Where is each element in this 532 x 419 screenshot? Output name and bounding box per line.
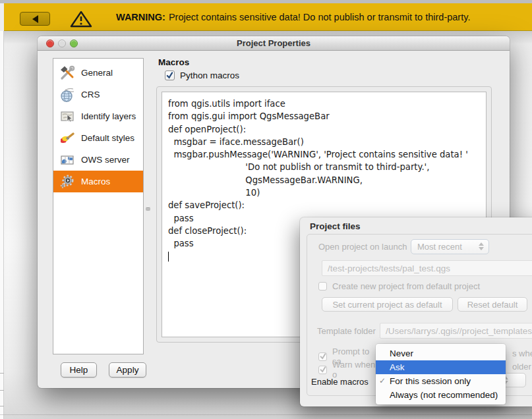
- panel-edge-divider: [0, 390, 4, 391]
- warning-triangle-icon: [70, 11, 92, 28]
- open-on-launch-label: Open project on launch: [318, 242, 407, 252]
- text-cursor: [168, 252, 169, 262]
- code-line: from qgis.utils import iface: [168, 98, 486, 110]
- sidebar-item-crs[interactable]: CRS: [53, 84, 143, 105]
- python-macros-label: Python macros: [180, 70, 239, 80]
- sidebar-item-ows-server[interactable]: OWS server: [53, 149, 143, 171]
- set-default-button[interactable]: Set current project as default: [322, 297, 453, 312]
- sidebar-item-label: Macros: [81, 177, 110, 186]
- code-line: QgsMessageBar.WARNING,: [168, 174, 486, 186]
- globe-icon: [59, 87, 75, 103]
- project-files-title: Project files: [310, 221, 361, 231]
- sidebar-item-label: CRS: [81, 90, 100, 99]
- enable-macros-label: Enable macros: [311, 377, 369, 387]
- panel-edge-divider: [0, 406, 4, 406]
- gears-icon: [59, 174, 75, 190]
- collapse-messagebar-button[interactable]: [20, 12, 50, 26]
- project-path-field[interactable]: /test-projects/tests/pal_test.qgs: [322, 260, 532, 276]
- dialog-title: Project Properties: [38, 36, 510, 51]
- sidebar-item-label: Identify layers: [81, 111, 136, 121]
- apply-button[interactable]: Apply: [109, 362, 146, 377]
- code-line: 'Do not publish or transmit to third-par…: [168, 161, 486, 173]
- help-button[interactable]: Help: [61, 362, 97, 377]
- menu-item-ask[interactable]: Ask: [376, 360, 506, 374]
- create-default-row: Create new project from default project: [318, 281, 480, 291]
- warning-message-text: Project contains sensitive data! Do not …: [169, 12, 471, 22]
- paintbrush-icon: [59, 130, 75, 146]
- background-panel-edge: [0, 31, 4, 419]
- splitter-handle[interactable]: [146, 206, 150, 211]
- updown-arrows-icon: [479, 242, 484, 250]
- template-folder-field[interactable]: /Users/larrys/.qgis//project_templates: [380, 323, 532, 339]
- code-line: from qgis.gui import QgsMessageBar: [168, 110, 486, 123]
- create-default-checkbox[interactable]: [318, 282, 327, 291]
- map-server-icon: [59, 152, 75, 168]
- create-default-label: Create new project from default project: [332, 281, 480, 291]
- menu-item-always[interactable]: Always (not recommended): [376, 388, 506, 402]
- python-macros-row: Python macros: [165, 70, 239, 80]
- checkmark-icon: [166, 72, 173, 79]
- warning-message: WARNING: Project contains sensitive data…: [116, 3, 470, 31]
- tools-icon: [59, 65, 75, 81]
- template-folder-value: /Users/larrys/.qgis//project_templates: [386, 326, 532, 336]
- enable-macros-menu: Never Ask ✓ For this session only Always…: [376, 344, 506, 405]
- sidebar-item-general[interactable]: General: [53, 62, 143, 84]
- code-line: def openProject():: [168, 123, 486, 136]
- sidebar-item-label: General: [81, 68, 113, 78]
- menu-item-never[interactable]: Never: [376, 347, 506, 360]
- code-line: msgbar = iface.messageBar(): [168, 136, 486, 148]
- identify-layers-icon: [59, 109, 75, 125]
- python-macros-checkbox[interactable]: [165, 70, 175, 80]
- reset-default-button[interactable]: Reset default: [458, 297, 527, 312]
- message-bar: WARNING: Project contains sensitive data…: [4, 3, 532, 31]
- panel-edge-divider: [0, 373, 4, 374]
- template-folder-label: Template folder: [317, 326, 376, 336]
- sidebar-item-default-styles[interactable]: Default styles: [53, 127, 143, 149]
- sidebar-item-identify-layers[interactable]: Identify layers: [53, 105, 143, 127]
- checkmark-icon: [320, 353, 326, 360]
- menu-item-for-this-session[interactable]: ✓ For this session only: [376, 374, 506, 388]
- dialog-titlebar[interactable]: Project Properties: [38, 36, 510, 51]
- project-path-value: /test-projects/tests/pal_test.qgs: [328, 264, 450, 273]
- warning-label: WARNING:: [116, 12, 165, 22]
- sidebar-item-macros[interactable]: Macros: [53, 171, 143, 192]
- checkmark-icon: ✓: [379, 374, 386, 388]
- menu-item-label: For this session only: [390, 376, 471, 386]
- left-arrow-icon: [32, 15, 38, 23]
- page-title: Macros: [158, 57, 189, 67]
- code-line: msgbar.pushMessage('WARNING', 'Project c…: [168, 148, 486, 161]
- background-window-edge: [0, 414, 532, 415]
- open-on-launch-dropdown[interactable]: Most recent: [411, 239, 489, 254]
- prompt-save-label-fragment: s whe: [512, 349, 532, 358]
- sidebar-item-label: OWS server: [81, 155, 130, 165]
- code-line: 10): [168, 186, 486, 199]
- warn-older-label-fragment: older: [512, 362, 531, 372]
- settings-category-list: General CRS: [53, 58, 144, 354]
- code-line: def saveProject():: [168, 199, 486, 211]
- dropdown-value: Most recent: [417, 242, 462, 252]
- sidebar-item-label: Default styles: [81, 133, 134, 143]
- checkmark-icon: [320, 366, 326, 373]
- warn-older-checkbox[interactable]: [318, 366, 327, 374]
